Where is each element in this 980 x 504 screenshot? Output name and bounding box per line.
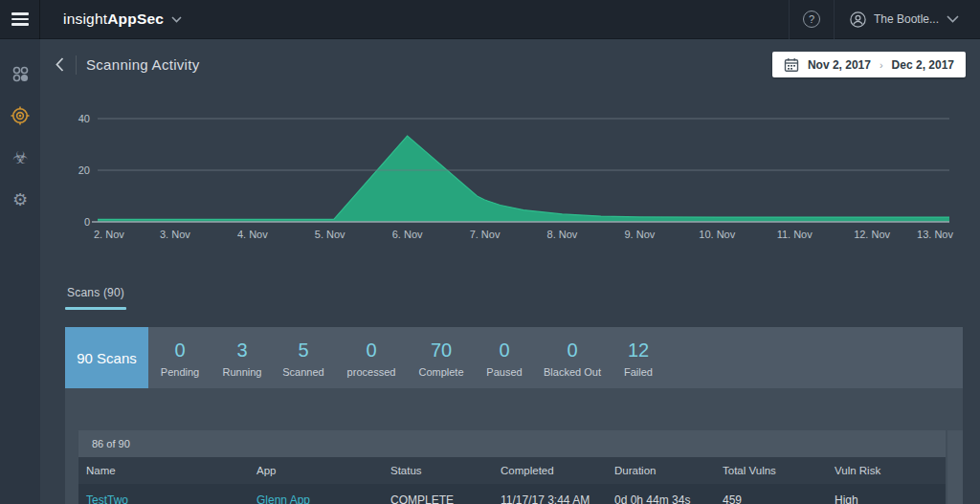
activity-chart: 020402. Nov3. Nov4. Nov5. Nov6. Nov7. No… <box>75 104 974 250</box>
svg-text:12. Nov: 12. Nov <box>854 229 890 240</box>
table-row[interactable]: TestTwo Glenn App COMPLETE 11/17/17 3:44… <box>78 484 946 504</box>
gear-icon: ⚙ <box>12 191 28 208</box>
svg-text:11. Nov: 11. Nov <box>777 229 813 240</box>
svg-text:3. Nov: 3. Nov <box>160 229 190 240</box>
tab-active-indicator <box>65 307 126 310</box>
brand-name: insightAppSec <box>63 11 164 28</box>
topbar: insightAppSec ? The Bootle... <box>0 0 980 39</box>
table-header-row: Name App Status Completed Duration Total… <box>78 457 946 484</box>
svg-text:7. Nov: 7. Nov <box>470 229 501 240</box>
help-button[interactable]: ? <box>790 11 834 28</box>
svg-text:20: 20 <box>78 164 90 176</box>
svg-text:13. Nov: 13. Nov <box>917 229 953 240</box>
scan-vuln-risk: High <box>827 484 946 504</box>
svg-text:0: 0 <box>84 216 90 228</box>
stat-failed[interactable]: 12 Failed <box>610 327 667 388</box>
column-header-duration[interactable]: Duration <box>607 457 715 484</box>
date-range-picker[interactable]: Nov 2, 2017 › Dec 2, 2017 <box>772 52 966 77</box>
scan-completed: 11/17/17 3:44 AM <box>493 484 607 504</box>
stat-scanned[interactable]: 5 Scanned <box>273 327 334 388</box>
sidebar: ☣ ⚙ <box>0 39 40 504</box>
stat-blacked-out[interactable]: 0 Blacked Out <box>535 327 610 388</box>
column-header-name[interactable]: Name <box>78 457 249 484</box>
biohazard-icon: ☣ <box>12 149 28 166</box>
stat-pending[interactable]: 0 Pending <box>148 327 212 388</box>
apps-grid-icon <box>11 65 30 83</box>
product-switcher[interactable]: insightAppSec <box>63 11 182 28</box>
svg-text:10. Nov: 10. Nov <box>699 229 735 240</box>
scans-table: 86 of 90 Name App Status Completed Durat… <box>78 430 946 504</box>
chevron-down-icon <box>171 16 182 23</box>
sidebar-item-apps[interactable] <box>0 53 40 95</box>
column-header-total-vulns[interactable]: Total Vulns <box>715 457 827 484</box>
app-link[interactable]: Glenn App <box>256 493 310 504</box>
total-scans-button[interactable]: 90 Scans <box>65 327 148 388</box>
date-end: Dec 2, 2017 <box>892 58 954 72</box>
sidebar-item-attack-templates[interactable]: ☣ <box>0 137 40 179</box>
tab-scans[interactable]: Scans (90) <box>65 286 126 310</box>
user-menu[interactable]: The Bootle... <box>835 11 980 28</box>
help-icon: ? <box>803 11 820 28</box>
stat-paused[interactable]: 0 Paused <box>474 327 535 388</box>
stat-running[interactable]: 3 Running <box>212 327 273 388</box>
chevron-down-icon <box>947 15 959 23</box>
hamburger-menu-button[interactable] <box>0 0 40 39</box>
svg-text:4. Nov: 4. Nov <box>237 229 268 240</box>
sidebar-item-settings[interactable]: ⚙ <box>0 179 40 221</box>
stat-complete[interactable]: 70 Complete <box>409 327 474 388</box>
stat-processed[interactable]: 0 processed <box>334 327 409 388</box>
svg-text:40: 40 <box>78 113 90 124</box>
date-start: Nov 2, 2017 <box>808 58 871 72</box>
sidebar-item-scan-engine[interactable] <box>0 95 40 137</box>
user-avatar-icon <box>850 11 866 28</box>
activity-chart-svg: 020402. Nov3. Nov4. Nov5. Nov6. Nov7. No… <box>75 104 974 250</box>
scan-status-summary: 90 Scans 0 Pending 3 Running 5 Scanned 0… <box>65 327 963 388</box>
svg-text:6. Nov: 6. Nov <box>392 229 423 240</box>
tab-bar: Scans (90) <box>65 286 126 310</box>
user-name: The Bootle... <box>874 12 939 26</box>
date-range-arrow-icon: › <box>880 59 883 71</box>
table-scrollbar[interactable] <box>947 430 963 504</box>
column-header-status[interactable]: Status <box>383 457 493 484</box>
column-header-vuln-risk[interactable]: Vuln Risk <box>827 457 946 484</box>
scan-duration: 0d 0h 44m 34s <box>607 484 715 504</box>
scans-panel: 90 Scans 0 Pending 3 Running 5 Scanned 0… <box>65 327 963 504</box>
column-header-app[interactable]: App <box>249 457 383 484</box>
result-count: 86 of 90 <box>78 430 946 457</box>
scan-name-link[interactable]: TestTwo <box>86 493 128 504</box>
scan-status: COMPLETE <box>383 484 493 504</box>
page-title: Scanning Activity <box>86 56 200 73</box>
svg-text:9. Nov: 9. Nov <box>624 229 655 240</box>
back-button[interactable] <box>54 55 66 74</box>
chevron-left-icon <box>56 57 64 72</box>
header-divider <box>76 55 77 75</box>
svg-text:8. Nov: 8. Nov <box>547 229 578 240</box>
scan-total-vulns: 459 <box>715 484 827 504</box>
calendar-icon <box>784 57 799 73</box>
column-header-completed[interactable]: Completed <box>493 457 607 484</box>
svg-text:2. Nov: 2. Nov <box>94 229 124 240</box>
scan-target-icon <box>11 106 30 125</box>
svg-text:5. Nov: 5. Nov <box>315 229 345 240</box>
